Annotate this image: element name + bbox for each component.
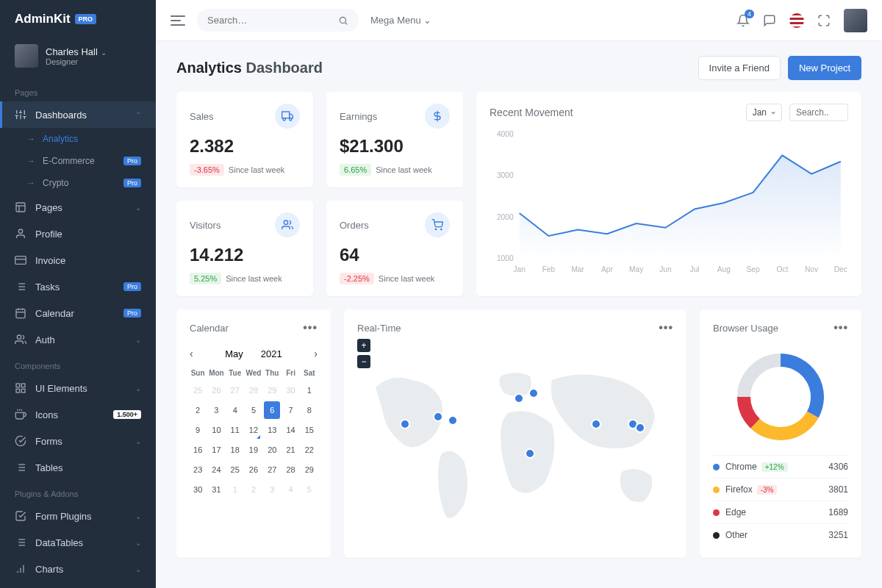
- sidebar-item-form-plugins[interactable]: Form Plugins⌄: [0, 503, 156, 529]
- search-icon: [338, 15, 348, 26]
- calendar-day[interactable]: 5: [245, 401, 262, 419]
- calendar-day[interactable]: 5: [301, 481, 318, 498]
- messages-icon[interactable]: [763, 14, 776, 27]
- calendar-day[interactable]: 28: [245, 381, 262, 399]
- calendar-day[interactable]: 14: [282, 421, 298, 439]
- calendar-day[interactable]: 31: [208, 481, 224, 498]
- more-icon[interactable]: •••: [659, 321, 673, 334]
- chart-search-input[interactable]: [789, 104, 848, 121]
- calendar-day[interactable]: 21: [282, 441, 298, 459]
- calendar-next-icon[interactable]: ›: [314, 348, 318, 359]
- calendar-day[interactable]: 7: [282, 401, 298, 419]
- calendar-day[interactable]: 6: [264, 401, 280, 419]
- sidebar-item-tasks[interactable]: TasksPro: [0, 273, 156, 300]
- topbar: Mega Menu ⌄ 4: [156, 0, 882, 41]
- calendar-day[interactable]: 3: [208, 401, 224, 419]
- sidebar-item-profile[interactable]: Profile: [0, 220, 156, 247]
- sidebar-subitem-analytics[interactable]: →Analytics: [0, 128, 156, 150]
- sidebar-subitem-e-commerce[interactable]: →E-CommercePro: [0, 150, 156, 172]
- topbar-avatar[interactable]: [844, 9, 867, 32]
- sidebar-item-calendar[interactable]: CalendarPro: [0, 300, 156, 326]
- calendar-day[interactable]: 29: [264, 381, 280, 399]
- sidebar-item-auth[interactable]: Auth⌄: [0, 326, 156, 353]
- calendar-day[interactable]: 4: [227, 401, 243, 419]
- new-project-button[interactable]: New Project: [788, 56, 861, 80]
- calendar-day[interactable]: 13: [264, 421, 280, 439]
- svg-text:1000: 1000: [497, 254, 514, 262]
- chart-month-select[interactable]: Jan: [746, 104, 782, 121]
- fullscreen-icon[interactable]: [817, 14, 831, 27]
- calendar-day[interactable]: 22: [301, 441, 318, 459]
- pro-badge: Pro: [123, 179, 141, 187]
- svg-text:Jul: Jul: [690, 265, 700, 273]
- zoom-out-icon[interactable]: −: [357, 355, 370, 368]
- sidebar-item-tables[interactable]: Tables: [0, 454, 156, 481]
- invite-friend-button[interactable]: Invite a Friend: [698, 56, 781, 80]
- stat-since: Since last week: [379, 274, 434, 283]
- calendar-day[interactable]: 27: [264, 461, 280, 478]
- sidebar-item-pages[interactable]: Pages⌄: [0, 194, 156, 220]
- search-input[interactable]: [207, 15, 338, 26]
- sidebar-user[interactable]: Charles Hall⌄ Designer: [0, 38, 156, 79]
- sidebar-item-charts[interactable]: Charts⌄: [0, 556, 156, 582]
- calendar-day[interactable]: 24: [208, 461, 224, 478]
- zoom-in-icon[interactable]: +: [357, 339, 370, 352]
- sidebar-section-label: Components: [0, 353, 156, 375]
- calendar-day[interactable]: 12: [245, 421, 262, 439]
- calendar-day[interactable]: 26: [245, 461, 262, 478]
- calendar-day[interactable]: 23: [190, 461, 206, 478]
- calendar-day[interactable]: 30: [190, 481, 206, 498]
- mega-menu[interactable]: Mega Menu ⌄: [370, 15, 431, 26]
- calendar-prev-icon[interactable]: ‹: [190, 348, 193, 359]
- calendar-day[interactable]: 1: [301, 381, 318, 399]
- nav-label: Profile: [35, 229, 62, 240]
- svg-point-75: [434, 412, 442, 421]
- sidebar-item-invoice[interactable]: Invoice: [0, 247, 156, 273]
- search-box[interactable]: [197, 9, 359, 32]
- layout-icon: [15, 201, 26, 213]
- notifications-icon[interactable]: 4: [736, 14, 750, 27]
- browser-value: 3251: [828, 530, 848, 540]
- sidebar-item-ui-elements[interactable]: UI Elements⌄: [0, 375, 156, 401]
- calendar-day[interactable]: 8: [301, 401, 318, 419]
- language-flag-icon[interactable]: [789, 13, 804, 28]
- calendar-day[interactable]: 3: [264, 481, 280, 498]
- calendar-day[interactable]: 2: [190, 401, 206, 419]
- sidebar-item-datatables[interactable]: DataTables⌄: [0, 529, 156, 556]
- chevron-icon: ⌄: [135, 336, 141, 344]
- calendar-day[interactable]: 2: [245, 481, 262, 498]
- brand[interactable]: AdminKit PRO: [0, 0, 156, 38]
- browser-value: 4306: [828, 462, 848, 472]
- more-icon[interactable]: •••: [833, 321, 848, 334]
- calendar-day[interactable]: 29: [301, 461, 318, 478]
- calendar-dow: Tue: [227, 367, 243, 379]
- calendar-day[interactable]: 15: [301, 421, 318, 439]
- sidebar-subitem-crypto[interactable]: →CryptoPro: [0, 172, 156, 194]
- sliders-icon: [15, 109, 26, 121]
- calendar-day[interactable]: 20: [264, 441, 280, 459]
- notification-badge: 4: [745, 10, 754, 18]
- content: Analytics Dashboard Invite a Friend New …: [156, 41, 882, 588]
- sidebar-item-forms[interactable]: Forms⌄: [0, 428, 156, 454]
- svg-text:Dec: Dec: [834, 265, 847, 273]
- calendar-day[interactable]: 17: [208, 441, 224, 459]
- calendar-day[interactable]: 16: [190, 441, 206, 459]
- calendar-day[interactable]: 19: [245, 441, 262, 459]
- calendar-day[interactable]: 10: [208, 421, 224, 439]
- calendar-day[interactable]: 11: [227, 421, 243, 439]
- sidebar-item-dashboards[interactable]: Dashboards⌃: [0, 101, 156, 128]
- calendar-day[interactable]: 9: [190, 421, 206, 439]
- calendar-day[interactable]: 4: [282, 481, 298, 498]
- menu-toggle-icon[interactable]: [171, 15, 185, 26]
- calendar-day[interactable]: 28: [282, 461, 298, 478]
- calendar-day[interactable]: 1: [227, 481, 243, 498]
- svg-point-56: [435, 229, 436, 229]
- calendar-day[interactable]: 25: [190, 381, 206, 399]
- calendar-day[interactable]: 30: [282, 381, 298, 399]
- calendar-day[interactable]: 27: [227, 381, 243, 399]
- sidebar-item-icons[interactable]: Icons1.500+: [0, 401, 156, 428]
- calendar-day[interactable]: 26: [208, 381, 224, 399]
- more-icon[interactable]: •••: [303, 321, 318, 334]
- calendar-day[interactable]: 18: [227, 441, 243, 459]
- calendar-day[interactable]: 25: [227, 461, 243, 478]
